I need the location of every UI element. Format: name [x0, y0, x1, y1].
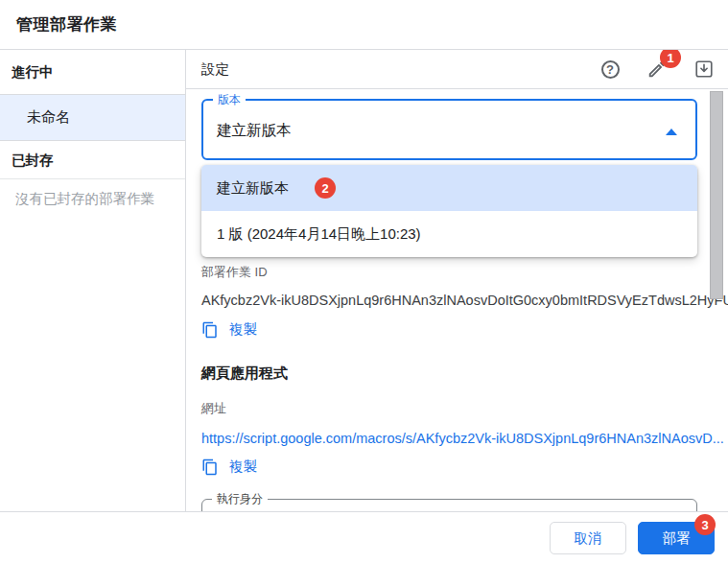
- version-select-label: 版本: [213, 92, 246, 108]
- deployment-id-value: AKfycbz2Vk-ikU8DSXjpnLq9r6HNAn3zlNAosvDo…: [201, 293, 697, 308]
- sidebar-item-label: 未命名: [27, 108, 70, 127]
- dialog-title: 管理部署作業: [16, 13, 117, 35]
- web-app-section-title: 網頁應用程式: [201, 364, 697, 383]
- web-app-url-link[interactable]: https://script.google.com/macros/s/AKfyc…: [201, 431, 697, 446]
- cancel-button[interactable]: 取消: [550, 522, 626, 554]
- execute-as-select[interactable]: 執行身分 我 (…): [201, 499, 697, 511]
- dialog-body: 進行中 未命名 已封存 沒有已封存的部署作業 設定 ? 1: [0, 50, 728, 511]
- version-select[interactable]: 版本 建立新版本: [201, 99, 697, 160]
- chevron-up-icon: [666, 129, 677, 135]
- dropdown-option-label: 1 版 (2024年4月14日晚上10:23): [217, 225, 421, 244]
- execute-as-value: 我 (…): [202, 500, 696, 511]
- tutorial-badge-3: 3: [694, 514, 716, 535]
- execute-as-label: 執行身分: [212, 491, 268, 507]
- sidebar-header-archived: 已封存: [0, 141, 185, 179]
- archive-deployment-button[interactable]: [693, 58, 716, 81]
- dropdown-option-new-version[interactable]: 建立新版本 2: [201, 165, 697, 211]
- deployment-id-label: 部署作業 ID: [201, 264, 697, 281]
- deploy-button[interactable]: 部署 3: [638, 522, 715, 554]
- copy-label: 複製: [229, 320, 257, 339]
- copy-deployment-id-button[interactable]: 複製: [201, 320, 257, 339]
- version-select-value: 建立新版本: [203, 101, 695, 141]
- settings-panel: 設定 ? 1 版本 建立新版本: [186, 50, 728, 511]
- deploy-button-label: 部署: [663, 529, 691, 548]
- sidebar-archived-empty-text: 沒有已封存的部署作業: [0, 179, 185, 219]
- archive-box-download-icon: [693, 59, 715, 80]
- settings-header: 設定 ? 1: [186, 50, 728, 89]
- scrollbar-thumb[interactable]: [710, 91, 723, 299]
- web-app-url-label: 網址: [201, 400, 697, 417]
- help-icon: ?: [601, 60, 620, 79]
- sidebar-item-untitled[interactable]: 未命名: [0, 95, 185, 141]
- settings-title: 設定: [201, 60, 229, 79]
- version-dropdown-menu: 建立新版本 2 1 版 (2024年4月14日晚上10:23): [201, 165, 697, 257]
- copy-icon: [201, 458, 219, 476]
- header-icon-group: ? 1: [599, 58, 716, 81]
- copy-url-button[interactable]: 複製: [201, 458, 257, 476]
- copy-icon: [201, 321, 219, 339]
- help-button[interactable]: ?: [599, 58, 622, 81]
- tutorial-badge-2: 2: [315, 177, 336, 199]
- dropdown-option-version-1[interactable]: 1 版 (2024年4月14日晚上10:23): [201, 211, 697, 257]
- dropdown-option-label: 建立新版本: [217, 179, 289, 198]
- tutorial-badge-1: 1: [660, 50, 681, 68]
- copy-label: 複製: [229, 458, 257, 476]
- dialog-footer: 取消 部署 3: [0, 511, 728, 564]
- edit-deployment-button[interactable]: 1: [646, 58, 669, 81]
- dialog-header: 管理部署作業: [0, 0, 728, 50]
- sidebar-header-active: 進行中: [0, 50, 185, 95]
- settings-content: 版本 建立新版本 建立新版本 2 1 版 (2024年4月14日晚上10:23)…: [186, 99, 728, 511]
- sidebar: 進行中 未命名 已封存 沒有已封存的部署作業: [0, 50, 186, 511]
